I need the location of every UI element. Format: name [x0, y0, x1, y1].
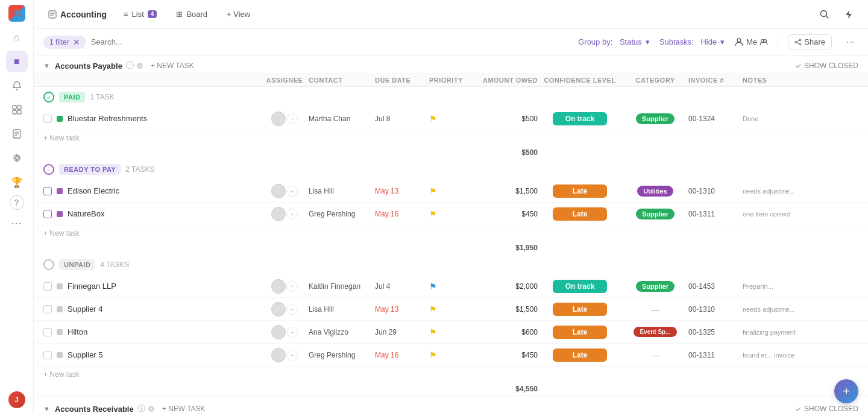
status-group-paid-header[interactable]: PAID 1 TASK — [34, 87, 868, 107]
group-by-select[interactable]: Group by: Status ▾ — [578, 37, 650, 46]
assignee-group: + — [260, 279, 309, 294]
show-closed-button-receivable[interactable]: SHOW CLOSED — [794, 405, 858, 413]
status-group-ready: READY TO PAY 2 TASKS Edison Electric — [34, 159, 868, 254]
settings-icon[interactable]: ⚙ — [136, 61, 143, 71]
add-assignee-button[interactable]: + — [287, 281, 298, 292]
app-layout: ⌂ ■ — [0, 0, 868, 413]
filter-badge[interactable]: 1 filter ✕ — [43, 36, 86, 49]
task-name-cell: Supplier 5 — [43, 350, 260, 359]
status-group-unpaid: UNPAID 4 TASKS Finnegan LLP — [34, 254, 868, 396]
new-task-row-paid[interactable]: + New task — [34, 130, 868, 146]
priority-flag-icon: ⚑ — [429, 114, 437, 124]
svg-rect-5 — [17, 110, 21, 114]
priority-flag-icon: ⚑ — [429, 304, 437, 314]
task-checkbox[interactable] — [43, 351, 52, 359]
assignee-cell: + — [260, 348, 309, 362]
new-task-row-unpaid[interactable]: + New task — [34, 367, 868, 382]
category-cell: Supplier — [622, 113, 688, 124]
svg-marker-19 — [846, 10, 852, 19]
search-button[interactable] — [815, 5, 834, 24]
more-options-button[interactable]: ⋯ — [841, 34, 858, 51]
sidebar-icon-signal[interactable] — [6, 147, 28, 169]
task-name[interactable]: Edison Electric — [68, 186, 260, 195]
subtotal-row-ready: $1,950 — [34, 241, 868, 254]
task-name[interactable]: NatureBox — [68, 209, 260, 218]
category-cell: — — [622, 304, 688, 314]
tab-add-view[interactable]: + View — [219, 6, 257, 22]
svg-rect-14 — [49, 11, 56, 18]
task-icon — [48, 10, 57, 19]
sidebar-icon-trophy[interactable]: 🏆 — [6, 171, 28, 193]
new-task-link[interactable]: + NEW TASK — [151, 61, 194, 70]
task-checkbox[interactable] — [43, 282, 52, 291]
task-checkbox[interactable] — [43, 187, 52, 195]
task-name[interactable]: Finnegan LLP — [68, 282, 260, 291]
task-name[interactable]: Bluestar Refreshments — [68, 114, 260, 123]
add-assignee-button[interactable]: + — [287, 186, 298, 197]
section-chevron-icon[interactable]: ▼ — [43, 405, 50, 412]
sidebar-icon-home[interactable]: ⌂ — [6, 27, 28, 48]
me-filter[interactable]: Me — [734, 37, 768, 47]
share-button[interactable]: Share — [788, 34, 832, 49]
col-header-priority: PRIORITY — [429, 77, 471, 84]
contact-cell: Ana Viglizzo — [309, 328, 375, 336]
info-icon[interactable]: ⓘ — [126, 60, 134, 71]
task-checkbox[interactable] — [43, 305, 52, 314]
notes-cell: needs adjustme... — [743, 188, 858, 195]
amount-cell: $450 — [471, 351, 538, 359]
add-assignee-button[interactable]: + — [287, 304, 298, 315]
filter-close-icon[interactable]: ✕ — [73, 37, 80, 47]
sidebar-icon-tasks[interactable]: ■ — [6, 51, 28, 72]
sidebar-icon-help[interactable]: ? — [10, 195, 24, 210]
tab-board[interactable]: ⊞ Board — [169, 6, 215, 22]
task-checkbox[interactable] — [43, 115, 52, 123]
task-checkbox[interactable] — [43, 210, 52, 218]
task-checkbox[interactable] — [43, 328, 52, 336]
task-name[interactable]: Supplier 4 — [68, 304, 260, 314]
add-assignee-button[interactable]: + — [287, 327, 298, 338]
settings-icon[interactable]: ⚙ — [148, 405, 155, 414]
subtotal-row-paid: $500 — [34, 146, 868, 159]
group-icon — [760, 38, 768, 46]
status-group-ready-header[interactable]: READY TO PAY 2 TASKS — [34, 159, 868, 180]
confidence-badge: Late — [553, 207, 607, 221]
tab-list[interactable]: ≡ List 4 — [116, 6, 164, 22]
priority-flag-icon: ⚑ — [429, 186, 437, 196]
new-task-link-receivable[interactable]: + NEW TASK — [162, 405, 206, 413]
check-icon — [794, 405, 802, 412]
section-chevron-icon[interactable]: ▼ — [43, 62, 50, 69]
sidebar-icon-doc[interactable] — [6, 123, 28, 145]
sidebar-icon-grid[interactable] — [6, 99, 28, 121]
add-assignee-button[interactable]: + — [287, 113, 298, 124]
invoice-cell: 00-1311 — [688, 351, 743, 359]
show-closed-button[interactable]: SHOW CLOSED — [794, 61, 858, 70]
category-cell: — — [622, 350, 688, 360]
sidebar-icon-more[interactable]: ⋯ — [6, 212, 28, 234]
search-input[interactable] — [91, 37, 187, 46]
lightning-button[interactable] — [839, 5, 858, 24]
table-row: Bluestar Refreshments + Martha Chan Jul … — [34, 107, 868, 130]
assignee-cell: + — [260, 325, 309, 339]
contact-cell: Greg Pershing — [309, 210, 375, 218]
add-assignee-button[interactable]: + — [287, 209, 298, 219]
subtasks-select[interactable]: Subtasks: Hide ▾ — [659, 37, 725, 46]
info-icon[interactable]: ⓘ — [137, 403, 145, 413]
confidence-cell: On track — [538, 112, 622, 125]
due-date-cell: Jun 29 — [375, 328, 429, 336]
sidebar-icon-notifications[interactable] — [6, 75, 28, 96]
status-group-unpaid-header[interactable]: UNPAID 4 TASKS — [34, 254, 868, 275]
toolbar: 1 filter ✕ Group by: Status ▾ Subtasks: … — [34, 29, 868, 55]
svg-rect-3 — [17, 106, 21, 109]
contact-cell: Lisa Hill — [309, 187, 375, 195]
new-task-row-ready[interactable]: + New task — [34, 225, 868, 241]
left-sidebar: ⌂ ■ — [0, 0, 34, 413]
task-name[interactable]: Supplier 5 — [68, 350, 260, 359]
add-assignee-button[interactable]: + — [287, 350, 298, 361]
svg-line-18 — [826, 16, 829, 18]
category-cell: Supplier — [622, 281, 688, 292]
fab-button[interactable]: + — [834, 379, 858, 403]
category-badge: Supplier — [636, 281, 675, 292]
subtotal-value: $1,950 — [471, 244, 538, 252]
user-avatar[interactable]: J — [8, 391, 25, 408]
task-name[interactable]: Hilton — [68, 327, 260, 336]
